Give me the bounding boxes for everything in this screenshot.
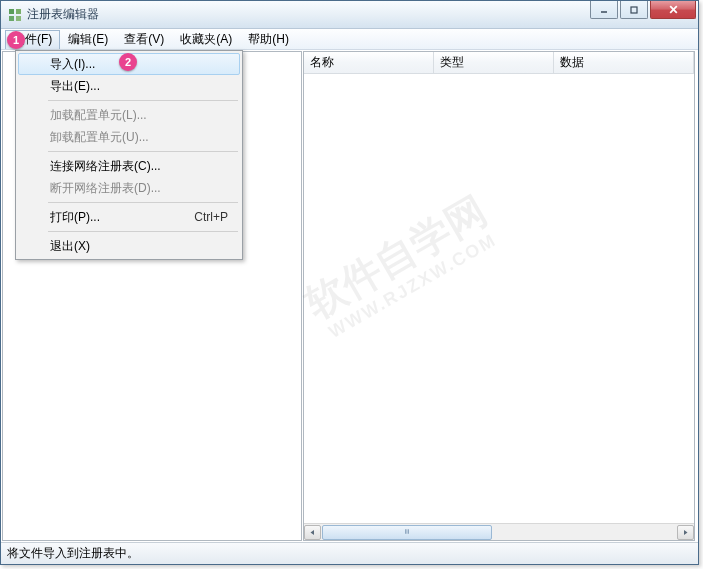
column-type[interactable]: 类型 xyxy=(434,52,554,73)
callout-1: 1 xyxy=(7,31,25,49)
menu-separator xyxy=(48,231,238,232)
close-button[interactable] xyxy=(650,1,696,19)
menu-unload-hive: 卸载配置单元(U)... xyxy=(18,126,240,148)
list-body[interactable] xyxy=(304,74,694,523)
menu-print[interactable]: 打印(P)... Ctrl+P xyxy=(18,206,240,228)
menu-connect-network[interactable]: 连接网络注册表(C)... xyxy=(18,155,240,177)
menu-exit[interactable]: 退出(X) xyxy=(18,235,240,257)
file-dropdown: 导入(I)... 导出(E)... 加载配置单元(L)... 卸载配置单元(U)… xyxy=(15,50,243,260)
menu-export[interactable]: 导出(E)... xyxy=(18,75,240,97)
menu-load-hive: 加载配置单元(L)... xyxy=(18,104,240,126)
minimize-button[interactable] xyxy=(590,1,618,19)
menu-separator xyxy=(48,151,238,152)
svg-marker-9 xyxy=(684,530,688,535)
titlebar: 注册表编辑器 xyxy=(1,1,698,29)
menu-separator xyxy=(48,202,238,203)
status-text: 将文件导入到注册表中。 xyxy=(7,545,139,562)
app-icon xyxy=(7,7,23,23)
statusbar: 将文件导入到注册表中。 xyxy=(1,542,698,564)
callout-2: 2 xyxy=(119,53,137,71)
app-window: 注册表编辑器 文件(F) 编辑(E) 查看(V) 收藏夹(A) 帮助(H) 名称… xyxy=(0,0,699,565)
window-controls xyxy=(590,1,696,19)
column-name[interactable]: 名称 xyxy=(304,52,434,73)
svg-rect-5 xyxy=(631,7,637,13)
list-header: 名称 类型 数据 xyxy=(304,52,694,74)
svg-marker-8 xyxy=(311,530,315,535)
menu-edit[interactable]: 编辑(E) xyxy=(60,30,116,49)
menu-disconnect-network: 断开网络注册表(D)... xyxy=(18,177,240,199)
window-title: 注册表编辑器 xyxy=(27,6,99,23)
maximize-button[interactable] xyxy=(620,1,648,19)
list-pane: 名称 类型 数据 xyxy=(303,51,695,541)
svg-rect-1 xyxy=(16,9,21,14)
scroll-track[interactable] xyxy=(322,525,676,540)
scroll-left-button[interactable] xyxy=(304,525,321,540)
menu-favorites[interactable]: 收藏夹(A) xyxy=(172,30,240,49)
menu-help[interactable]: 帮助(H) xyxy=(240,30,297,49)
column-data[interactable]: 数据 xyxy=(554,52,694,73)
horizontal-scrollbar xyxy=(304,523,694,540)
menubar: 文件(F) 编辑(E) 查看(V) 收藏夹(A) 帮助(H) xyxy=(1,29,698,50)
menu-view[interactable]: 查看(V) xyxy=(116,30,172,49)
shortcut-label: Ctrl+P xyxy=(194,210,228,224)
svg-rect-2 xyxy=(9,16,14,21)
svg-rect-3 xyxy=(16,16,21,21)
svg-rect-0 xyxy=(9,9,14,14)
menu-separator xyxy=(48,100,238,101)
scroll-thumb[interactable] xyxy=(322,525,492,540)
scroll-right-button[interactable] xyxy=(677,525,694,540)
